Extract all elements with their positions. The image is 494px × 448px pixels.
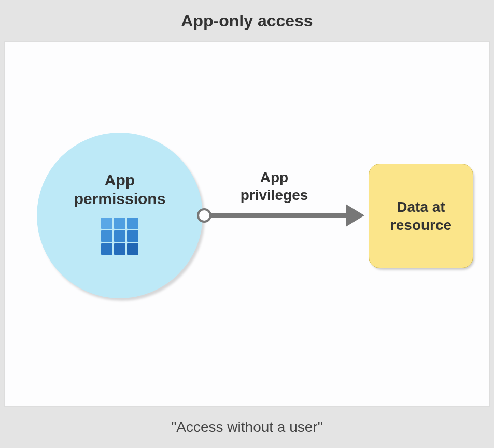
arrow-label-line1: App xyxy=(260,169,288,185)
diagram-canvas: App permissions App privileges Data at r… xyxy=(4,41,490,407)
app-permissions-label: App permissions xyxy=(74,171,166,208)
app-permissions-line2: permissions xyxy=(74,190,166,207)
resource-node: Data at resource xyxy=(369,164,473,268)
app-permissions-node: App permissions xyxy=(37,133,203,298)
diagram-title: App-only access xyxy=(0,0,494,41)
app-grid-icon xyxy=(101,218,138,255)
arrow-origin-dot xyxy=(197,208,211,223)
resource-label: Data at resource xyxy=(390,198,451,234)
resource-line1: Data at xyxy=(397,199,445,215)
diagram-title-text: App-only access xyxy=(181,11,313,30)
arrow-label-line2: privileges xyxy=(241,187,308,203)
arrow-head-icon xyxy=(346,204,364,227)
diagram-frame: App-only access App permissions App priv… xyxy=(0,0,494,448)
diagram-footer-text: "Access without a user" xyxy=(171,419,322,435)
arrow-label: App privileges xyxy=(222,169,326,204)
app-permissions-line1: App xyxy=(105,171,135,189)
diagram-footer: "Access without a user" xyxy=(0,407,494,448)
arrow-line xyxy=(204,213,347,218)
resource-line2: resource xyxy=(390,217,451,233)
